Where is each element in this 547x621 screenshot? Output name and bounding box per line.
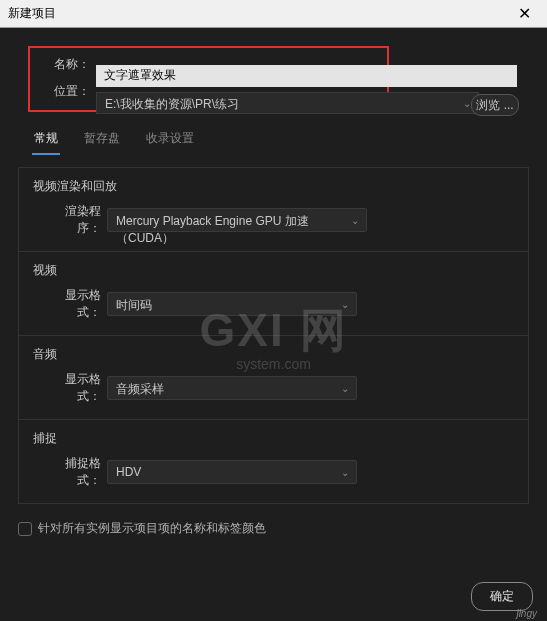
highlighted-region: 名称： 位置： E:\我收集的资源\PR\练习 ⌄ (28, 46, 389, 112)
video-display-label: 显示格式： (45, 287, 107, 321)
renderer-dropdown[interactable]: Mercury Playback Engine GPU 加速（CUDA） ⌄ (107, 208, 367, 232)
render-section: 视频渲染和回放 渲染程序： Mercury Playback Engine GP… (19, 168, 528, 252)
tab-general[interactable]: 常规 (32, 126, 60, 155)
location-dropdown[interactable]: E:\我收集的资源\PR\练习 (96, 92, 479, 114)
video-display-dropdown[interactable]: 时间码 ⌄ (107, 292, 357, 316)
label-colors-row: 针对所有实例显示项目项的名称和标签颜色 (18, 520, 529, 537)
corner-watermark: jingy (516, 608, 537, 619)
capture-format-value: HDV (116, 465, 141, 479)
audio-display-row: 显示格式： 音频采样 ⌄ (45, 371, 514, 405)
audio-section-title: 音频 (33, 346, 514, 363)
video-display-row: 显示格式： 时间码 ⌄ (45, 287, 514, 321)
location-label: 位置： (40, 83, 96, 100)
capture-format-dropdown[interactable]: HDV ⌄ (107, 460, 357, 484)
renderer-value: Mercury Playback Engine GPU 加速（CUDA） (116, 214, 309, 245)
close-button[interactable]: ✕ (509, 0, 539, 28)
tab-ingest-settings[interactable]: 收录设置 (144, 126, 196, 155)
titlebar: 新建项目 ✕ (0, 0, 547, 28)
capture-format-row: 捕捉格式： HDV ⌄ (45, 455, 514, 489)
footer: 确定 (471, 582, 533, 611)
video-section: 视频 显示格式： 时间码 ⌄ (19, 252, 528, 336)
label-colors-text: 针对所有实例显示项目项的名称和标签颜色 (38, 520, 266, 537)
capture-format-label: 捕捉格式： (45, 455, 107, 489)
window-title: 新建项目 (8, 5, 56, 22)
close-icon: ✕ (518, 4, 531, 23)
renderer-row: 渲染程序： Mercury Playback Engine GPU 加速（CUD… (45, 203, 514, 237)
tabs-bar: 常规 暂存盘 收录设置 (14, 120, 533, 155)
render-section-title: 视频渲染和回放 (33, 178, 514, 195)
settings-panel: 视频渲染和回放 渲染程序： Mercury Playback Engine GP… (18, 167, 529, 504)
location-value: E:\我收集的资源\PR\练习 (105, 97, 239, 111)
audio-section: 音频 显示格式： 音频采样 ⌄ (19, 336, 528, 420)
audio-display-value: 音频采样 (116, 382, 164, 396)
dialog-content: 名称： 位置： E:\我收集的资源\PR\练习 ⌄ 浏览 ... (0, 28, 547, 621)
top-form-section: 名称： 位置： E:\我收集的资源\PR\练习 ⌄ 浏览 ... (14, 38, 533, 120)
browse-button[interactable]: 浏览 ... (471, 94, 519, 116)
name-label: 名称： (40, 56, 96, 73)
project-name-input[interactable] (96, 65, 517, 87)
label-colors-checkbox[interactable] (18, 522, 32, 536)
audio-display-dropdown[interactable]: 音频采样 ⌄ (107, 376, 357, 400)
tab-scratch-disks[interactable]: 暂存盘 (82, 126, 122, 155)
video-section-title: 视频 (33, 262, 514, 279)
capture-section-title: 捕捉 (33, 430, 514, 447)
name-row: 名称： (40, 56, 377, 73)
video-display-value: 时间码 (116, 298, 152, 312)
capture-section: 捕捉 捕捉格式： HDV ⌄ (19, 420, 528, 503)
ok-button[interactable]: 确定 (471, 582, 533, 611)
audio-display-label: 显示格式： (45, 371, 107, 405)
renderer-label: 渲染程序： (45, 203, 107, 237)
